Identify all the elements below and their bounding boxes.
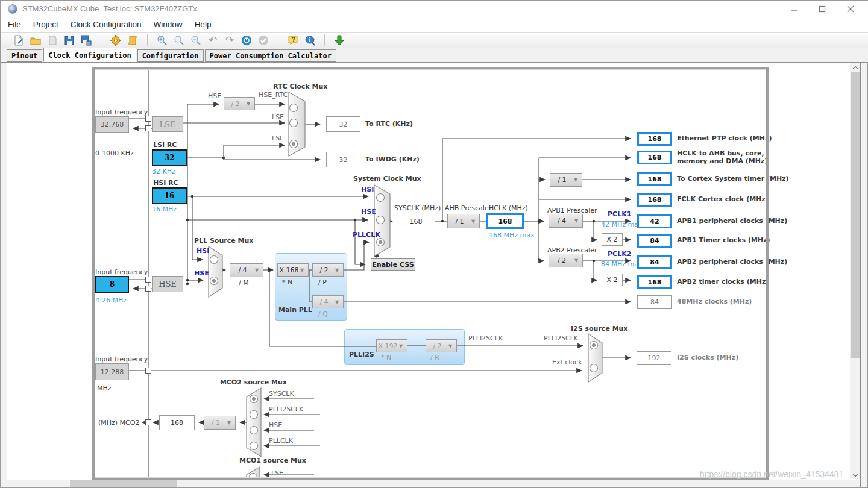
mco1-lse-wire-label: LSE xyxy=(271,469,283,477)
tab-pinout[interactable]: Pinout xyxy=(7,49,42,62)
hsi-rc-value-box[interactable]: 16 xyxy=(152,187,187,204)
search-docs-icon[interactable]: i xyxy=(303,33,317,48)
chevron-down-icon: ▼ xyxy=(399,343,407,349)
cortex-timer-divider-dropdown[interactable]: / 1▼ xyxy=(550,173,582,187)
menu-clock-configuration[interactable]: Clock Configuration xyxy=(71,20,142,29)
hclk-max-caption: 168 MHz max xyxy=(489,231,535,239)
apb1-timer-label: APB1 Timer clocks (MHz) xyxy=(677,236,770,244)
mco2-sysclk-wire-label: SYSCLK xyxy=(269,390,294,398)
plli2s-r-divider-dropdown[interactable]: / 2▼ xyxy=(426,339,457,352)
minimize-icon xyxy=(791,5,798,13)
pll-source-mux-title: PLL Source Mux xyxy=(194,237,253,245)
tab-clock-configuration[interactable]: Clock Configuration xyxy=(43,48,136,62)
zoom-out-icon[interactable] xyxy=(189,33,203,48)
rtc-hse-divider-dropdown[interactable]: / 2▼ xyxy=(224,97,255,110)
lsi-wire-label: LSI xyxy=(272,134,281,142)
menu-file[interactable]: File xyxy=(8,20,21,29)
lse-wire-label: LSE xyxy=(272,113,284,121)
horizontal-scrollbar[interactable] xyxy=(7,480,860,487)
menu-help[interactable]: Help xyxy=(195,20,212,29)
menu-window[interactable]: Window xyxy=(154,20,183,29)
i2s-clocks-value-box: 192 xyxy=(637,351,671,365)
hse-oscillator-box: HSE xyxy=(152,276,183,292)
chevron-down-icon: ▼ xyxy=(574,177,582,183)
pll-n-multiplier-dropdown[interactable]: X 168▼ xyxy=(277,263,309,277)
pll-p-divider-dropdown[interactable]: / 2▼ xyxy=(312,263,344,277)
tab-bar: Pinout Clock Configuration Configuration… xyxy=(1,48,868,63)
plli2s-title: PLLI2S xyxy=(349,351,374,358)
vertical-scrollbar-thumb[interactable] xyxy=(851,72,860,358)
apb1-peripheral-label: APB1 peripheral clocks (MHz) xyxy=(677,217,787,225)
hse-input-frequency-field[interactable]: 8 xyxy=(95,276,129,293)
close-button[interactable] xyxy=(840,1,861,17)
hclk-value-box[interactable]: 168 xyxy=(486,213,524,229)
toolbar-separator xyxy=(278,34,278,46)
pll-m-divider-dropdown[interactable]: / 4▼ xyxy=(230,263,263,277)
pll-n-label: * N xyxy=(282,278,292,286)
menu-project[interactable]: Project xyxy=(33,20,58,29)
vertical-scrollbar[interactable] xyxy=(850,63,860,479)
watermark: https://blog.csdn.net/weixin_41534481 xyxy=(700,469,843,479)
apply-disabled-icon[interactable] xyxy=(256,33,271,48)
sysclk-label: SYSCLK (MHz) xyxy=(394,204,441,212)
open-project-icon[interactable] xyxy=(28,33,43,48)
chevron-down-icon: ▼ xyxy=(448,343,456,349)
pll-q-divider-dropdown[interactable]: / 4▼ xyxy=(312,295,344,308)
hsi-rc-caption: 16 MHz xyxy=(152,205,177,213)
check-updates-icon[interactable] xyxy=(332,33,347,48)
chevron-down-icon: ▼ xyxy=(574,258,582,263)
hse-input-frequency-label: Input frequency xyxy=(95,268,148,276)
rtc-hse-wire-label: HSE xyxy=(208,92,221,100)
ahb-prescaler-dropdown[interactable]: / 1▼ xyxy=(447,214,480,228)
plli2s-n-multiplier-dropdown[interactable]: X 192▼ xyxy=(376,339,407,352)
rtc-clock-mux-title: RTC Clock Mux xyxy=(273,83,327,90)
sysclk-value-box: 168 xyxy=(397,214,435,228)
toolbar-separator xyxy=(147,34,148,46)
lse-input-frequency-field[interactable]: 32.768 xyxy=(95,116,129,133)
save-as-icon[interactable] xyxy=(79,33,93,48)
horizontal-scrollbar-thumb[interactable] xyxy=(70,480,177,487)
chevron-down-icon: ▼ xyxy=(247,101,254,107)
apb2-timer-label: APB2 timer clocks (MHz) xyxy=(677,278,769,286)
undo-icon[interactable]: ↶ xyxy=(206,33,220,48)
clk48-value-box: 84 xyxy=(637,295,672,309)
lsi-rc-value-box[interactable]: 32 xyxy=(152,149,187,166)
maximize-button[interactable] xyxy=(812,1,832,17)
hclk-ahb-value-box: 168 xyxy=(637,151,672,164)
i2s-input-frequency-field[interactable]: 12.288 xyxy=(95,363,129,380)
chevron-down-icon: ▼ xyxy=(255,267,263,273)
scroll-up-icon[interactable] xyxy=(850,63,860,72)
redo-icon[interactable]: ↷ xyxy=(222,33,237,48)
plli2sclk-wire-label: PLLI2SCLK xyxy=(468,334,503,342)
script-editor-icon[interactable] xyxy=(125,33,140,48)
zoom-in-icon[interactable] xyxy=(155,33,169,48)
apb1-prescaler-dropdown[interactable]: / 4▼ xyxy=(549,214,583,228)
scroll-down-icon[interactable] xyxy=(850,471,860,479)
tab-configuration[interactable]: Configuration xyxy=(137,49,204,62)
stm32cubemx-window: STM32CubeMX Cube_Test.ioc: STM32F407ZGTx… xyxy=(0,0,868,488)
mco2-divider-dropdown[interactable]: / 1▼ xyxy=(204,416,236,430)
save-icon[interactable] xyxy=(62,33,77,48)
apb2-prescaler-dropdown[interactable]: / 2▼ xyxy=(549,254,583,267)
system-clock-mux-title: System Clock Mux xyxy=(353,175,421,183)
help-icon[interactable]: ? xyxy=(286,33,300,48)
sys-hse-wire-label: HSE xyxy=(361,208,376,216)
tab-power-consumption[interactable]: Power Consumption Calculator xyxy=(205,49,336,62)
new-project-icon[interactable] xyxy=(11,33,26,48)
generate-code-icon[interactable] xyxy=(108,33,123,48)
pclk1-max-caption: 42 MHz max xyxy=(601,221,643,228)
zoom-fit-icon[interactable] xyxy=(172,33,186,48)
paste-disabled-icon[interactable] xyxy=(45,33,60,48)
mco1-source-mux-title: MCO1 source Mux xyxy=(239,457,306,465)
window-title: STM32CubeMX Cube_Test.ioc: STM32F407ZGTx xyxy=(22,4,197,13)
toolbar-separator xyxy=(101,34,101,46)
pclk2-wire-label: PCLK2 xyxy=(608,250,631,258)
enable-css-button[interactable]: Enable CSS xyxy=(371,258,415,271)
menu-bar: File Project Clock Configuration Window … xyxy=(1,17,868,32)
svg-text:i: i xyxy=(309,37,310,43)
minimize-button[interactable] xyxy=(784,1,805,17)
pll-p-label: / P xyxy=(318,278,327,286)
pll-q-label: / Q xyxy=(318,310,328,318)
reset-icon[interactable] xyxy=(239,33,254,48)
svg-text:?: ? xyxy=(292,36,295,43)
